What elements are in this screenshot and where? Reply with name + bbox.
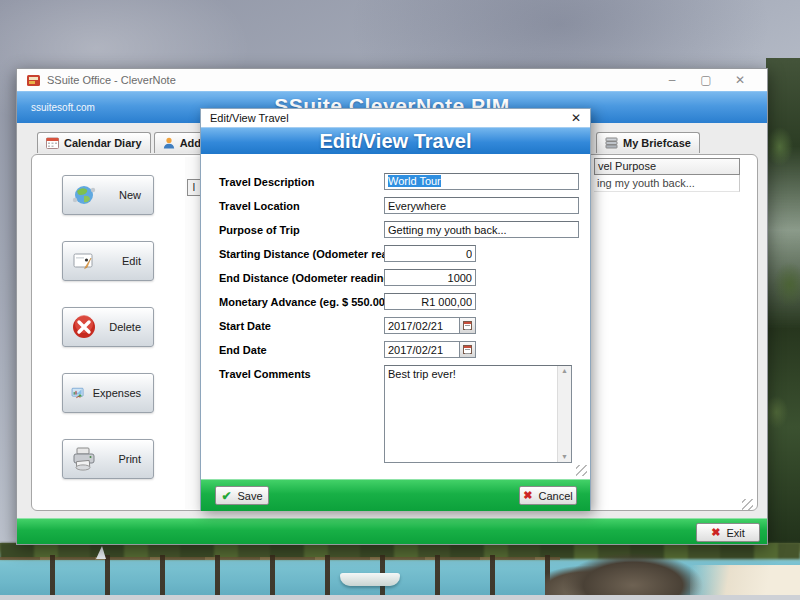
textarea-scrollbar[interactable]: ▲ ▼ xyxy=(557,366,571,462)
beach-scene xyxy=(0,543,800,600)
scroll-down-icon[interactable]: ▼ xyxy=(561,453,568,461)
minimize-button[interactable]: – xyxy=(655,70,689,90)
calendar-picker-icon xyxy=(463,321,472,330)
field-label-purpose-of-trip: Purpose of Trip xyxy=(219,224,300,236)
expenses-button[interactable]: Expenses xyxy=(62,373,154,413)
app-icon xyxy=(27,74,40,87)
grid-row-selector[interactable]: I xyxy=(187,179,201,196)
end-distance-input[interactable] xyxy=(384,269,476,286)
cancel-button[interactable]: ✖ Cancel xyxy=(519,486,577,505)
globe-icon xyxy=(71,183,97,207)
dialog-title: Edit/View Travel xyxy=(210,112,289,124)
travel-grid: vel Purpose ing my youth back... xyxy=(594,158,740,192)
selected-text: World Tour xyxy=(388,175,441,187)
sailboat xyxy=(96,546,106,559)
briefcase-icon xyxy=(605,137,618,149)
save-label: Save xyxy=(237,490,262,502)
travel-comments-textarea[interactable]: Best trip ever! xyxy=(385,366,557,462)
dialog-resize-grip[interactable] xyxy=(576,465,587,476)
print-button[interactable]: Print xyxy=(62,439,154,479)
calendar-picker-icon xyxy=(463,345,472,354)
dialog-banner: Edit/View Travel xyxy=(201,127,590,154)
grid-cell[interactable]: ing my youth back... xyxy=(594,175,740,192)
edit-button[interactable]: Edit xyxy=(62,241,154,281)
exit-button[interactable]: ✖ Exit xyxy=(696,523,760,542)
close-button[interactable]: ✕ xyxy=(723,70,757,90)
edit-view-travel-dialog: Edit/View Travel ✕ Edit/View Travel Trav… xyxy=(200,108,591,510)
dialog-close-icon[interactable]: ✕ xyxy=(571,110,581,126)
delete-button[interactable]: Delete xyxy=(62,307,154,347)
button-label: Edit xyxy=(122,255,141,267)
check-icon: ✔ xyxy=(221,489,231,503)
save-button[interactable]: ✔ Save xyxy=(215,486,269,505)
tab-calendar-diary[interactable]: Calendar Diary xyxy=(37,132,151,153)
button-label: Delete xyxy=(109,321,141,333)
maximize-button[interactable]: ▢ xyxy=(689,70,723,90)
tab-label: Calendar Diary xyxy=(64,137,142,149)
rocks xyxy=(545,551,705,600)
purpose-of-trip-input[interactable] xyxy=(384,221,579,238)
printer-icon xyxy=(71,446,97,472)
cancel-label: Cancel xyxy=(538,490,572,502)
travel-location-input[interactable] xyxy=(384,197,579,214)
cancel-x-icon: ✖ xyxy=(523,489,532,502)
travel-description-input[interactable]: World Tour xyxy=(384,173,579,190)
pier-posts xyxy=(0,555,560,597)
button-label: Print xyxy=(118,453,141,465)
dialog-action-bar: ✔ Save ✖ Cancel xyxy=(201,479,590,511)
rowboat xyxy=(340,573,400,586)
chart-icon xyxy=(71,381,85,405)
button-label: Expenses xyxy=(93,387,141,399)
field-label-travel-location: Travel Location xyxy=(219,200,300,212)
monetary-advance-input[interactable] xyxy=(384,293,476,310)
start-date-picker-button[interactable] xyxy=(459,317,476,334)
desktop: SSuite Office - CleverNote – ▢ ✕ ssuites… xyxy=(0,0,800,600)
starting-distance-input[interactable] xyxy=(384,245,476,262)
exit-x-icon: ✖ xyxy=(711,526,720,539)
field-label-start-date: Start Date xyxy=(219,320,271,332)
palm-foliage xyxy=(766,58,800,550)
delete-x-icon xyxy=(71,314,97,340)
window-action-bar: ✖ Exit xyxy=(17,518,767,544)
exit-label: Exit xyxy=(726,527,744,539)
grid-column-header[interactable]: vel Purpose xyxy=(594,158,740,175)
button-label: New xyxy=(119,189,141,201)
calendar-icon xyxy=(46,137,59,149)
end-date-input[interactable] xyxy=(384,341,459,358)
dialog-titlebar[interactable]: Edit/View Travel ✕ xyxy=(201,109,590,127)
start-date-input[interactable] xyxy=(384,317,459,334)
edit-pencil-icon xyxy=(71,249,97,273)
scroll-up-icon[interactable]: ▲ xyxy=(561,367,568,375)
field-label-end-date: End Date xyxy=(219,344,267,356)
tab-my-briefcase[interactable]: My Briefcase xyxy=(596,132,700,153)
new-button[interactable]: New xyxy=(62,175,154,215)
field-label-monetary-advance: Monetary Advance (eg. $ 550.00) xyxy=(219,296,389,308)
field-label-travel-comments: Travel Comments xyxy=(219,368,311,380)
end-date-picker-button[interactable] xyxy=(459,341,476,358)
field-label-end-distance: End Distance (Odometer reading) xyxy=(219,272,394,284)
tab-label: My Briefcase xyxy=(623,137,691,149)
panel-resize-grip xyxy=(742,499,753,510)
window-title: SSuite Office - CleverNote xyxy=(47,74,176,86)
window-titlebar[interactable]: SSuite Office - CleverNote – ▢ ✕ xyxy=(17,69,767,91)
screen-edge xyxy=(0,595,800,600)
field-label-travel-description: Travel Description xyxy=(219,176,314,188)
person-icon xyxy=(163,137,175,149)
